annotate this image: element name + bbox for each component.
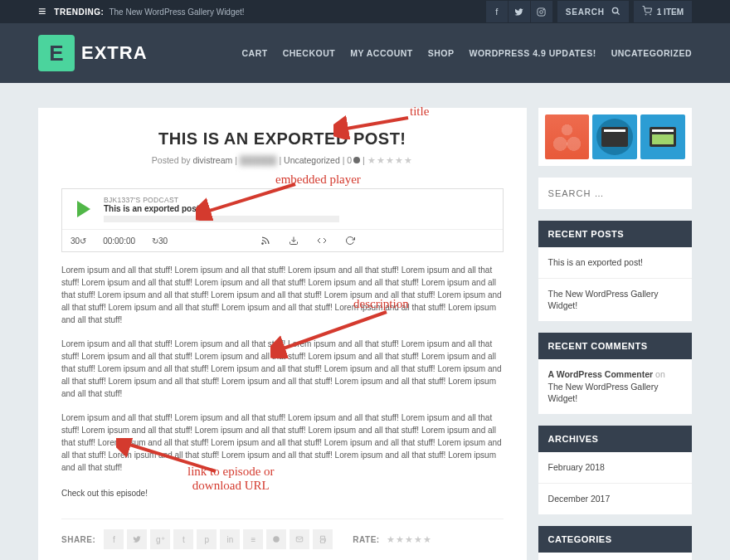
share-buffer-icon[interactable]: ≡ [243,529,263,549]
share-stumble-icon[interactable] [266,529,286,549]
search-icon [611,7,620,17]
widget-categories: CATEGORIES Uncategorized WordPress 4.9 U… [538,526,692,561]
cart-icon [642,6,652,17]
search-box[interactable]: SEARCH [557,1,629,22]
description-p3: Lorem ipsum and all that stuff! Lorem ip… [61,411,504,474]
share-label: SHARE: [61,535,95,544]
widget-search [538,178,692,209]
episode-title: This is an exported post! [104,204,496,213]
post-description: Lorem ipsum and all that stuff! Lorem ip… [61,264,504,474]
rate-stars[interactable]: ★★★★★ [387,534,432,545]
download-icon[interactable] [288,235,299,246]
svg-point-3 [612,7,617,12]
episode-link[interactable]: Check out this episode! [61,489,148,498]
share-tumblr-icon[interactable]: t [173,529,193,549]
recent-posts-head: RECENT POSTS [538,221,692,247]
svg-point-5 [645,14,646,15]
archives-head: ARCHIVES [538,426,692,452]
time-display: 00:00:00 [103,236,135,246]
share-pinterest-icon[interactable]: p [197,529,217,549]
categories-head: CATEGORIES [538,526,692,553]
meta-stars: ★★★★★ [367,155,413,165]
comment-icon [353,157,360,163]
search-input[interactable] [548,188,682,198]
meta-author[interactable]: divistream [192,155,232,165]
nav-uncategorized[interactable]: UNCATEGORIZED [611,48,692,58]
meta-comments[interactable]: 0 [347,155,360,165]
meta-category[interactable]: Uncategorized [284,155,340,165]
logo-text: EXTRA [81,42,148,64]
archive-link[interactable]: February 2018 [538,452,692,484]
main-nav: CART CHECKOUT MY ACCOUNT SHOP WORDPRESS … [241,48,692,58]
widget-recent-posts: RECENT POSTS This is an exported post! T… [538,221,692,321]
menu-icon[interactable]: ≡ [38,4,46,19]
rate-label: RATE: [353,535,379,544]
progress-bar[interactable] [104,216,339,222]
share-facebook-icon[interactable]: f [104,529,124,549]
share-linkedin-icon[interactable]: in [220,529,240,549]
topbar: ≡ TRENDING: The New WordPress Gallery Wi… [0,0,730,23]
svg-rect-10 [321,540,325,543]
refresh-icon[interactable] [344,235,356,246]
search-placeholder: SEARCH [566,7,605,17]
rss-icon[interactable] [260,235,271,246]
svg-point-1 [540,10,543,13]
article: THIS IS AN EXPORTED POST! Posted by divi… [38,108,527,560]
promo-image-3[interactable] [640,114,685,159]
recent-comment[interactable]: A WordPress Commenter on The New WordPre… [538,359,692,414]
cart-button[interactable]: 1 ITEM [634,1,692,22]
sidebar: RECENT POSTS This is an exported post! T… [538,108,692,560]
logo-mark: E [38,35,75,71]
description-p1: Lorem ipsum and all that stuff! Lorem ip… [61,264,504,326]
logo[interactable]: E EXTRA [38,35,148,71]
nav-account[interactable]: MY ACCOUNT [350,48,413,58]
category-link[interactable]: Uncategorized [538,553,692,561]
share-print-icon[interactable] [313,529,333,549]
play-icon [77,201,90,217]
annotation-player: embedded player [275,173,361,187]
widget-images [538,108,692,166]
nav-updates[interactable]: WORDPRESS 4.9 UPDATES! [470,48,596,58]
instagram-icon[interactable] [531,1,552,22]
promo-image-2[interactable] [592,114,637,159]
share-row: SHARE: f g⁺ t p in ≡ RATE: ★★★★★ [61,519,504,549]
promo-image-1[interactable] [545,114,590,159]
embedded-player: BJK1337'S PODCAST This is an exported po… [61,188,504,252]
twitter-icon[interactable] [509,1,530,22]
header: E EXTRA CART CHECKOUT MY ACCOUNT SHOP WO… [0,23,730,83]
archive-link[interactable]: December 2017 [538,484,692,514]
trending-label: TRENDING: [54,7,104,17]
svg-point-2 [543,9,544,10]
svg-line-4 [617,12,620,14]
meta-date: ██████ [240,155,277,165]
recent-post-link[interactable]: The New WordPress Gallery Widget! [538,279,692,321]
rewind-button[interactable]: 30↺ [71,236,86,246]
post-meta: Posted by divistream | ██████ | Uncatego… [61,155,504,165]
post-title: THIS IS AN EXPORTED POST! [61,129,504,149]
meta-posted-by: Posted by [152,155,191,165]
forward-button[interactable]: ↻30 [152,236,168,246]
recent-post-link[interactable]: This is an exported post! [538,247,692,279]
svg-point-8 [274,536,280,543]
facebook-icon[interactable]: f [486,1,508,22]
share-twitter-icon[interactable] [127,529,147,549]
cart-label: 1 ITEM [657,7,684,17]
nav-shop[interactable]: SHOP [428,48,455,58]
svg-point-6 [650,14,650,15]
widget-archives: ARCHIVES February 2018 December 2017 [538,426,692,514]
share-google-icon[interactable]: g⁺ [150,529,170,549]
svg-point-7 [262,243,264,245]
share-mail-icon[interactable] [290,529,309,549]
description-p2: Lorem ipsum and all that stuff! Lorem ip… [61,338,504,400]
widget-recent-comments: RECENT COMMENTS A WordPress Commenter on… [538,333,692,414]
recent-comments-head: RECENT COMMENTS [538,333,692,359]
nav-cart[interactable]: CART [241,48,267,58]
annotation-title: title [410,105,429,119]
embed-icon[interactable] [316,235,328,246]
play-button[interactable] [69,194,99,224]
podcast-label: BJK1337'S PODCAST [104,196,496,204]
trending-link[interactable]: The New WordPress Gallery Widget! [109,7,244,17]
nav-checkout[interactable]: CHECKOUT [283,48,336,58]
svg-line-12 [342,118,408,129]
